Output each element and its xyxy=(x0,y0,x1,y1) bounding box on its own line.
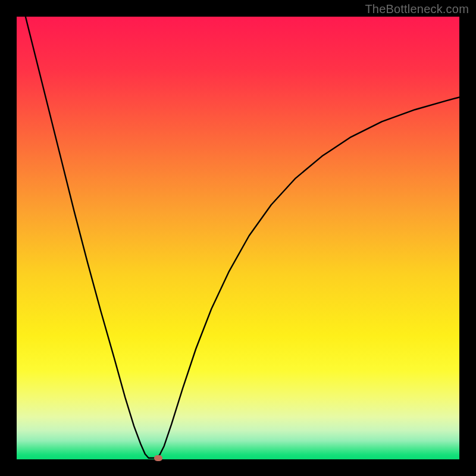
chart-svg xyxy=(17,17,459,459)
bottleneck-marker xyxy=(154,455,162,461)
chart-background xyxy=(17,17,459,459)
watermark-text: TheBottleneck.com xyxy=(365,2,469,16)
chart-plot-area xyxy=(17,17,459,459)
